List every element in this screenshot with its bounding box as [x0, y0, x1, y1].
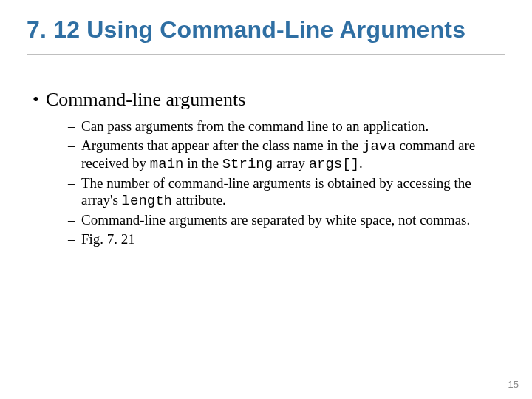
code-length: length — [122, 193, 172, 209]
code-string: String — [222, 156, 273, 172]
page-number: 15 — [508, 379, 519, 390]
sub-bullet-1-text: Can pass arguments from the command line… — [81, 118, 429, 134]
dash-icon: – — [68, 175, 81, 191]
sub-bullet-5-text: Fig. 7. 21 — [81, 231, 135, 247]
sub-bullet-2-text-c: in the — [183, 155, 222, 171]
sub-bullet-5: –Fig. 7. 21 — [68, 231, 505, 248]
sub-bullet-2-text-e: . — [359, 155, 363, 171]
sub-bullet-2-text-a: Arguments that appear after the class na… — [81, 137, 362, 153]
sub-bullet-3: –The number of command-line arguments is… — [68, 175, 505, 209]
bullet-level-1: •Command-line arguments — [27, 89, 505, 111]
sub-bullet-1: –Can pass arguments from the command lin… — [68, 118, 505, 134]
bullet-dot-icon: • — [33, 89, 46, 111]
code-java: java — [362, 138, 396, 154]
code-args: args[] — [309, 156, 359, 172]
slide: 7. 12 Using Command-Line Arguments •Comm… — [0, 0, 532, 399]
slide-title: 7. 12 Using Command-Line Arguments — [27, 16, 505, 44]
sub-bullet-4: –Command-line arguments are separated by… — [68, 212, 505, 228]
dash-icon: – — [68, 118, 81, 134]
sub-bullet-4-text: Command-line arguments are separated by … — [81, 212, 470, 228]
sub-bullet-2-text-d: array — [273, 155, 309, 171]
dash-icon: – — [68, 231, 81, 248]
code-main: main — [150, 156, 184, 172]
title-underline — [27, 54, 505, 55]
sub-bullet-3-text-b: attribute. — [172, 192, 226, 208]
sub-bullet-list: –Can pass arguments from the command lin… — [27, 118, 505, 248]
bullet-main-text: Command-line arguments — [46, 89, 245, 110]
dash-icon: – — [68, 212, 81, 228]
dash-icon: – — [68, 137, 81, 154]
sub-bullet-2: –Arguments that appear after the class n… — [68, 137, 505, 172]
